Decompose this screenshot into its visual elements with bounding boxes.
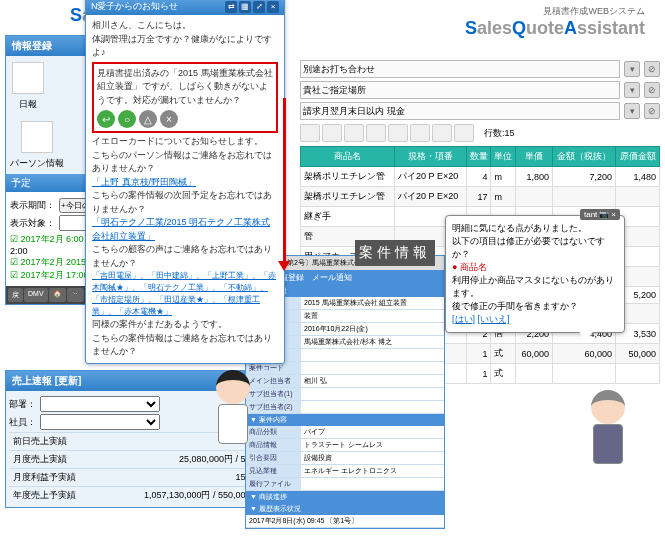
grid-cell[interactable]: m bbox=[491, 167, 516, 187]
grid-cell[interactable] bbox=[616, 187, 660, 207]
bubble-yes-link[interactable]: [はい] bbox=[452, 314, 475, 324]
grid-tb-8[interactable] bbox=[454, 124, 474, 142]
dropdown-icon[interactable]: ▾ bbox=[624, 82, 640, 98]
popup-q2: こちらの顧客の声はご連絡をお忘れではありませんか？ bbox=[92, 243, 278, 270]
bubble-bullet: ● 商品名 bbox=[452, 261, 618, 274]
dropdown-icon[interactable]: ▾ bbox=[624, 61, 640, 77]
detail-value: 装置 bbox=[301, 310, 444, 322]
tb-home-icon[interactable]: 🏠 bbox=[49, 288, 66, 302]
grid-cell[interactable]: m bbox=[491, 187, 516, 207]
table-row[interactable]: 架橋ポリエチレン管パイ20 P E×2017m bbox=[301, 187, 660, 207]
grid-cell[interactable]: パイ20 P E×20 bbox=[395, 167, 467, 187]
grid-tb-6[interactable] bbox=[410, 124, 430, 142]
popup-grid-icon[interactable]: ▦ bbox=[239, 1, 251, 13]
tb-game-icon[interactable]: 🎮 bbox=[67, 288, 84, 302]
case-sec2[interactable]: ▼ 案件内容 bbox=[246, 414, 444, 426]
popup-close-icon[interactable]: × bbox=[267, 1, 279, 13]
detail-value bbox=[301, 349, 444, 361]
location-input[interactable] bbox=[300, 81, 620, 99]
emp-select[interactable] bbox=[40, 414, 160, 430]
grid-cell[interactable]: 17 bbox=[466, 187, 491, 207]
tb-back[interactable]: 戻 bbox=[8, 288, 23, 302]
grid-cell[interactable]: 架橋ポリエチレン管 bbox=[301, 167, 395, 187]
tb-dmv[interactable]: DMV bbox=[24, 288, 48, 302]
grid-cell[interactable]: 4 bbox=[466, 167, 491, 187]
grid-cell[interactable]: 式 bbox=[491, 344, 516, 364]
detail-value bbox=[301, 401, 444, 413]
detail-value bbox=[301, 478, 444, 490]
bubble-close-icon[interactable]: × bbox=[611, 210, 616, 219]
grid-cell[interactable]: 1,800 bbox=[516, 167, 553, 187]
skip-icon[interactable]: △ bbox=[139, 110, 157, 128]
grid-cell[interactable]: 60,000 bbox=[516, 344, 553, 364]
cancel-icon[interactable]: × bbox=[160, 110, 178, 128]
clear-icon[interactable]: ⊘ bbox=[644, 61, 660, 77]
popup-person-link[interactable]: 「上野 真京枝/野田陶械」 bbox=[92, 176, 278, 190]
grid-cell[interactable]: 60,000 bbox=[553, 344, 616, 364]
grid-cell[interactable] bbox=[616, 364, 660, 384]
grid-cell[interactable]: 1 bbox=[466, 364, 491, 384]
case-sec3[interactable]: ▼ 商談進捗 bbox=[246, 491, 444, 503]
row-count-label: 行数: bbox=[484, 128, 505, 138]
dept-select[interactable] bbox=[40, 396, 160, 412]
grid-col-header[interactable]: 単価 bbox=[516, 147, 553, 167]
grid-tb-7[interactable] bbox=[432, 124, 452, 142]
detail-value bbox=[301, 388, 444, 400]
grid-cell[interactable]: 50,000 bbox=[616, 344, 660, 364]
assistant-bubble: tant📷× 明細に気になる点がありました。 以下の項目は修正が必要ではないです… bbox=[445, 215, 625, 333]
grid-tb-2[interactable] bbox=[322, 124, 342, 142]
grid-cell[interactable] bbox=[553, 187, 616, 207]
popup-q3: 同様の案件がまだあるようです。 bbox=[92, 318, 278, 332]
grid-cell[interactable]: 7,200 bbox=[553, 167, 616, 187]
grid-tb-4[interactable] bbox=[366, 124, 386, 142]
clear-icon[interactable]: ⊘ bbox=[644, 103, 660, 119]
assistant-popup: N愛子からのお知らせ ⇄ ▦ ⤢ × 相川さん、こんにちは。 体調管理は万全です… bbox=[85, 0, 285, 364]
popup-expand-icon[interactable]: ⤢ bbox=[253, 1, 265, 13]
tab-mail[interactable]: メール通知 bbox=[312, 272, 352, 283]
popup-case-link[interactable]: 「明石テクノ工業/2015 明石テクノ工業株式会社組立装置」 bbox=[92, 216, 278, 243]
ok-icon[interactable]: ○ bbox=[118, 110, 136, 128]
target-label: 表示対象： bbox=[10, 217, 55, 230]
grid-cell[interactable] bbox=[553, 364, 616, 384]
grid-col-header[interactable]: 原価金額 bbox=[616, 147, 660, 167]
grid-col-header[interactable]: 金額（税抜） bbox=[553, 147, 616, 167]
assistant-avatar-left[interactable] bbox=[205, 370, 260, 460]
bubble-l4: 後で修正の手間を省きますか？ bbox=[452, 300, 618, 313]
popup-line2: 体調管理は万全ですか？健康がなによりですよ♪ bbox=[92, 33, 278, 60]
popup-swap-icon[interactable]: ⇄ bbox=[225, 1, 237, 13]
sales-row-label: 年度売上予実績 bbox=[13, 489, 76, 502]
dropdown-icon[interactable]: ▾ bbox=[624, 103, 640, 119]
detail-label: 見込業種 bbox=[246, 465, 301, 477]
daily-report-icon[interactable] bbox=[12, 62, 44, 94]
dept-label: 部署： bbox=[9, 398, 36, 411]
grid-cell[interactable]: 式 bbox=[491, 364, 516, 384]
table-row[interactable]: 架橋ポリエチレン管パイ20 P E×204m1,8007,2001,480 bbox=[301, 167, 660, 187]
person-info-label: パーソン情報 bbox=[10, 157, 64, 170]
grid-cell[interactable]: 1,480 bbox=[616, 167, 660, 187]
grid-cell[interactable]: 継ぎ手 bbox=[301, 207, 395, 227]
grid-cell[interactable] bbox=[516, 187, 553, 207]
grid-cell[interactable]: 架橋ポリエチレン管 bbox=[301, 187, 395, 207]
bubble-cam-icon[interactable]: 📷 bbox=[599, 210, 609, 219]
grid-col-header[interactable]: 単位 bbox=[491, 147, 516, 167]
grid-col-header[interactable]: 規格・項番 bbox=[395, 147, 467, 167]
case-sec4[interactable]: ▼ 履歴表示状況 bbox=[246, 503, 444, 515]
grid-tb-3[interactable] bbox=[344, 124, 364, 142]
grid-tb-1[interactable] bbox=[300, 124, 320, 142]
meeting-input[interactable] bbox=[300, 60, 620, 78]
popup-customer-links[interactable]: 「吉田電屋」、「田中建綿」、「上野工業」、「赤木陶械★」、「明石テクノ工業」、「… bbox=[92, 270, 278, 318]
grid-col-header[interactable]: 数量 bbox=[466, 147, 491, 167]
person-info-icon[interactable] bbox=[21, 121, 53, 153]
clear-icon[interactable]: ⊘ bbox=[644, 82, 660, 98]
bubble-header: tant bbox=[584, 210, 597, 219]
grid-col-header[interactable]: 商品名 bbox=[301, 147, 395, 167]
grid-cell[interactable]: 1 bbox=[466, 344, 491, 364]
grid-tb-5[interactable] bbox=[388, 124, 408, 142]
assistant-avatar-right[interactable] bbox=[580, 390, 635, 480]
bubble-no-link[interactable]: [いいえ] bbox=[478, 314, 510, 324]
grid-cell[interactable]: パイ20 P E×20 bbox=[395, 187, 467, 207]
payment-input[interactable] bbox=[300, 102, 620, 120]
emp-label: 社員： bbox=[9, 416, 36, 429]
reply-icon[interactable]: ↩ bbox=[97, 110, 115, 128]
grid-cell[interactable] bbox=[516, 364, 553, 384]
